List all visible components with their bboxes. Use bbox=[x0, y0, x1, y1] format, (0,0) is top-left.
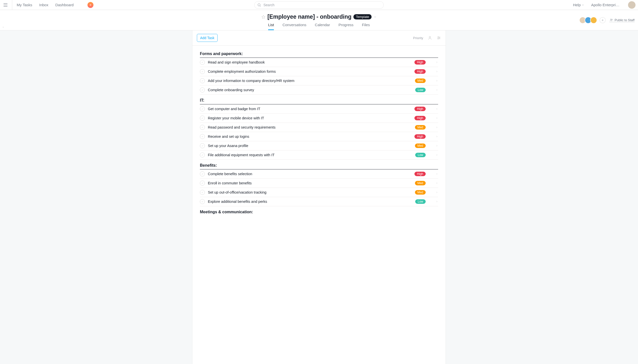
task-title: File additional equipment requests with … bbox=[208, 153, 415, 157]
member-avatar[interactable] bbox=[590, 17, 597, 24]
priority-pill[interactable]: High bbox=[414, 60, 426, 64]
content-area: Add Task Priority Forms and paperwork:Re… bbox=[0, 30, 638, 364]
priority-pill[interactable]: Med bbox=[415, 144, 426, 148]
check-icon bbox=[201, 173, 204, 175]
task-complete-checkbox[interactable] bbox=[200, 199, 205, 204]
task-complete-checkbox[interactable] bbox=[200, 88, 205, 92]
task-complete-checkbox[interactable] bbox=[200, 78, 205, 83]
search-container bbox=[254, 1, 384, 9]
priority-pill[interactable]: High bbox=[414, 116, 426, 120]
project-visibility[interactable]: Public to Staff bbox=[610, 18, 634, 22]
check-icon bbox=[201, 191, 204, 194]
tab-files[interactable]: Files bbox=[362, 21, 370, 30]
priority-pill[interactable]: Low bbox=[415, 153, 426, 157]
svg-point-7 bbox=[438, 38, 438, 39]
priority-pill[interactable]: High bbox=[414, 172, 426, 176]
user-avatar[interactable] bbox=[628, 1, 636, 9]
search-input[interactable] bbox=[254, 1, 384, 9]
check-icon bbox=[201, 117, 204, 119]
priority-pill[interactable]: High bbox=[414, 69, 426, 74]
chevron-right-icon bbox=[436, 89, 438, 91]
help-menu[interactable]: Help bbox=[573, 3, 584, 7]
task-complete-checkbox[interactable] bbox=[200, 116, 205, 120]
priority-pill[interactable]: Med bbox=[415, 125, 426, 130]
task-title: Set up your Asana profile bbox=[208, 144, 415, 148]
chevron-right-icon bbox=[436, 117, 438, 119]
task-row[interactable]: Set up out-of-office/vacation trackingMe… bbox=[200, 188, 438, 197]
chevron-down-icon bbox=[582, 4, 584, 6]
tab-list[interactable]: List bbox=[268, 21, 274, 30]
priority-pill[interactable]: High bbox=[414, 107, 426, 111]
nav-divider bbox=[12, 0, 12, 10]
priority-pill[interactable]: Med bbox=[415, 78, 426, 83]
task-complete-checkbox[interactable] bbox=[200, 125, 205, 130]
nav-dashboard[interactable]: Dashboard bbox=[55, 3, 74, 7]
section-title[interactable]: Forms and paperwork: bbox=[200, 48, 438, 58]
chevron-right-icon bbox=[436, 182, 438, 184]
tab-conversations[interactable]: Conversations bbox=[282, 21, 306, 30]
template-badge: Template bbox=[354, 14, 372, 20]
priority-pill[interactable]: Med bbox=[415, 181, 426, 185]
check-icon bbox=[201, 154, 204, 156]
assignee-icon[interactable] bbox=[428, 36, 432, 40]
task-row[interactable]: Receive and set up loginsHigh bbox=[200, 132, 438, 141]
chevron-right-icon bbox=[436, 154, 438, 156]
collapse-sidebar-icon[interactable] bbox=[2, 26, 4, 29]
project-menu-icon[interactable] bbox=[374, 16, 376, 18]
task-row[interactable]: Complete benefits selectionHigh bbox=[200, 170, 438, 179]
tab-calendar[interactable]: Calendar bbox=[315, 21, 330, 30]
add-task-button[interactable]: Add Task bbox=[197, 34, 218, 42]
section-title[interactable]: Benefits: bbox=[200, 160, 438, 170]
task-complete-checkbox[interactable] bbox=[200, 152, 205, 158]
task-row[interactable]: Explore additional benefits and perksLow bbox=[200, 197, 438, 206]
task-list[interactable]: Forms and paperwork:Read and sign employ… bbox=[192, 46, 446, 215]
task-row[interactable]: File additional equipment requests with … bbox=[200, 150, 438, 160]
org-switcher[interactable]: Apollo Enterpris… bbox=[591, 3, 621, 7]
task-row[interactable]: Read and sign employee handbookHigh bbox=[200, 58, 438, 67]
check-icon bbox=[201, 126, 204, 128]
task-complete-checkbox[interactable] bbox=[200, 143, 205, 148]
nav-my-tasks[interactable]: My Tasks bbox=[17, 3, 32, 7]
menu-toggle-icon[interactable] bbox=[2, 2, 8, 8]
check-icon bbox=[201, 144, 204, 147]
help-label: Help bbox=[573, 3, 581, 7]
add-member-button[interactable] bbox=[600, 17, 606, 23]
plus-icon bbox=[89, 3, 92, 7]
section-title[interactable]: IT: bbox=[200, 95, 438, 104]
task-row[interactable]: Complete onboarding surveyLow bbox=[200, 86, 438, 95]
task-row[interactable]: Read password and security requirementsM… bbox=[200, 123, 438, 132]
task-row[interactable]: Add your information to company director… bbox=[200, 76, 438, 86]
project-title: [Employee name] - onboarding bbox=[268, 14, 352, 20]
priority-pill[interactable]: Low bbox=[415, 199, 426, 204]
task-complete-checkbox[interactable] bbox=[200, 60, 205, 65]
priority-pill[interactable]: Low bbox=[415, 88, 426, 92]
task-row[interactable]: Enroll in commuter benefitsMed bbox=[200, 179, 438, 188]
task-row[interactable]: Register your mobile device with ITHigh bbox=[200, 114, 438, 123]
tab-progress[interactable]: Progress bbox=[338, 21, 354, 30]
search-icon bbox=[257, 3, 261, 7]
priority-column-header[interactable]: Priority bbox=[413, 36, 423, 40]
task-complete-checkbox[interactable] bbox=[200, 69, 205, 74]
svg-point-2 bbox=[610, 19, 612, 20]
task-title: Add your information to company director… bbox=[208, 79, 415, 83]
priority-pill[interactable]: Med bbox=[415, 190, 426, 194]
top-nav: My Tasks Inbox Dashboard Help Apollo Ent… bbox=[0, 0, 638, 10]
task-row[interactable]: Set up your Asana profileMed bbox=[200, 141, 438, 150]
global-add-button[interactable] bbox=[88, 2, 94, 8]
priority-pill[interactable]: High bbox=[414, 134, 426, 139]
task-complete-checkbox[interactable] bbox=[200, 181, 205, 186]
nav-inbox[interactable]: Inbox bbox=[39, 3, 48, 7]
task-row[interactable]: Get computer and badge from ITHigh bbox=[200, 104, 438, 114]
task-complete-checkbox[interactable] bbox=[200, 172, 205, 176]
task-row[interactable]: Complete employment authorization formsH… bbox=[200, 67, 438, 76]
task-complete-checkbox[interactable] bbox=[200, 106, 205, 111]
task-title: Get computer and badge from IT bbox=[208, 107, 414, 111]
svg-point-5 bbox=[438, 36, 438, 37]
star-icon[interactable] bbox=[262, 15, 266, 19]
check-icon bbox=[201, 200, 204, 203]
section-title[interactable]: Meetings & communication: bbox=[200, 206, 438, 215]
task-complete-checkbox[interactable] bbox=[200, 190, 205, 195]
task-complete-checkbox[interactable] bbox=[200, 134, 205, 139]
filter-settings-icon[interactable] bbox=[437, 36, 441, 40]
check-icon bbox=[201, 182, 204, 184]
